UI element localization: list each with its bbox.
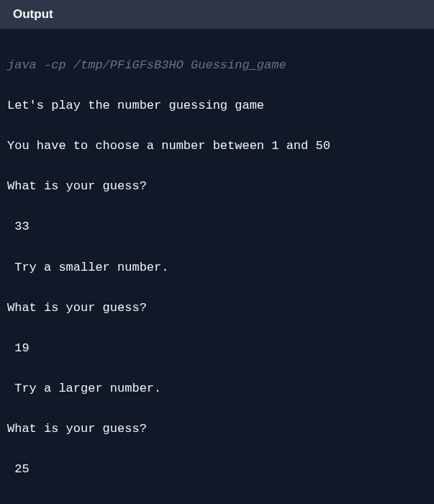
output-line: Try a smaller number. (7, 258, 427, 278)
output-line: Let's play the number guessing game (7, 96, 427, 116)
output-line: 19 (7, 338, 427, 359)
output-line: Try a larger number. (7, 500, 427, 504)
output-line: What is your guess? (7, 419, 427, 439)
output-panel-title: Output (13, 7, 421, 22)
terminal-output: java -cp /tmp/PFiGFsB3HO Guessing_game L… (0, 30, 434, 504)
output-panel-header: Output (0, 0, 434, 30)
output-line: Try a larger number. (7, 379, 427, 399)
output-line: What is your guess? (7, 298, 427, 318)
output-line: 33 (7, 217, 427, 237)
output-line: 25 (7, 459, 427, 480)
executed-command: java -cp /tmp/PFiGFsB3HO Guessing_game (7, 55, 427, 76)
output-line: What is your guess? (7, 176, 427, 197)
output-line: You have to choose a number between 1 an… (7, 136, 427, 156)
